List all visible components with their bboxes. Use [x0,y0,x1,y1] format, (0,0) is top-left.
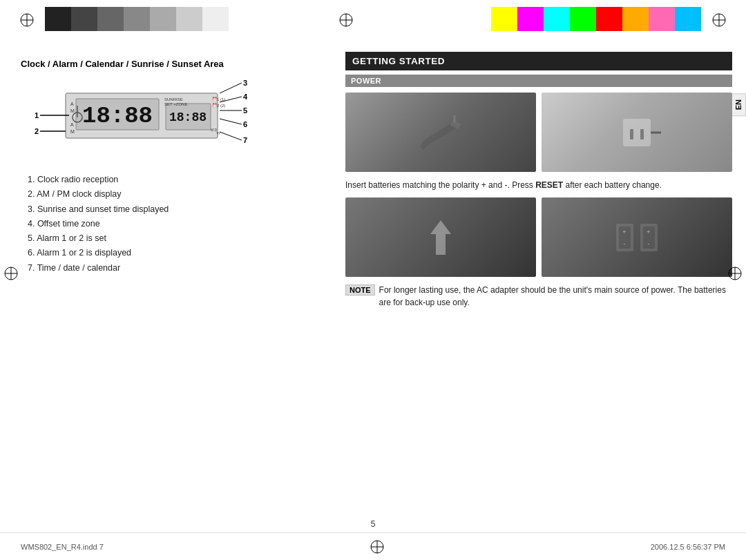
top-image-row [345,93,732,172]
svg-text:SET +ZONE: SET +ZONE [164,102,187,106]
reg-mark-right-mid [727,266,743,281]
svg-text:+: + [647,229,650,235]
wall-plug-image [542,93,732,172]
battery-remove-image [345,197,536,277]
clock-diagram: 18:88 A M A M 18:88 SUNRISE SET +ZONE ⏰1… [28,79,262,162]
note-text: For longer lasting use, the AC adapter s… [379,284,732,309]
svg-text:M D: M D [211,128,218,132]
color-bar-top [0,0,746,38]
list-item-6: 6. Alarm 1 or 2 is displayed [28,246,318,260]
svg-rect-44 [623,119,651,146]
svg-text:5: 5 [243,106,247,115]
svg-text:M: M [70,108,75,113]
svg-text:A: A [70,102,74,106]
svg-text:3: 3 [243,79,247,87]
reg-mark-top-center [338,12,354,28]
list-item-3: 3. Sunrise and sunset time displayed [28,202,318,217]
svg-text:SUNRISE: SUNRISE [164,97,183,102]
footer-left: WMS802_EN_R4.indd 7 [21,543,104,551]
svg-text:+: + [622,229,626,235]
reset-bold: RESET [535,180,563,190]
reg-mark-left-mid [3,266,19,281]
section-title: Clock / Alarm / Calendar / Sunrise / Sun… [21,59,318,69]
svg-text:A: A [70,122,74,127]
power-header: POWER [345,75,732,87]
svg-text:-: - [648,240,650,247]
svg-text:M: M [70,129,75,134]
list-item-1: 1. Clock radio reception [28,173,318,187]
getting-started-header: GETTING STARTED [345,52,732,70]
adapter-image [345,93,536,172]
right-panel: EN GETTING STARTED POWER [338,45,746,532]
list-item-7: 7. Time / date / calendar [28,261,318,276]
reg-mark-top-right [711,12,727,28]
grayscale-bar [45,7,229,31]
svg-line-36 [220,119,242,124]
insert-text-after: after each battery change. [563,180,662,190]
reg-mark-top-left [19,12,35,28]
note-box: NOTE For longer lasting use, the AC adap… [345,284,732,309]
svg-rect-46 [640,129,644,139]
svg-text:18:88: 18:88 [169,110,207,124]
left-panel: Clock / Alarm / Calendar / Sunrise / Sun… [0,45,338,532]
svg-text:7: 7 [243,136,247,144]
numbered-list: 1. Clock radio reception 2. AM / PM cloc… [21,173,318,276]
footer-right: 2006.12.5 6:56:37 PM [651,543,725,551]
list-item-5: 5. Alarm 1 or 2 is set [28,231,318,246]
color-bar-right [491,7,701,31]
list-item-2: 2. AM / PM clock display [28,187,318,202]
svg-text:2: 2 [35,127,39,135]
battery-inserted-image: + - + - [542,197,732,277]
svg-text:-: - [624,240,626,247]
en-tab: EN [731,93,746,116]
svg-text:6: 6 [243,120,247,128]
main-content: Clock / Alarm / Calendar / Sunrise / Sun… [0,45,746,532]
svg-text:⏰2 (2): ⏰2 (2) [212,103,225,108]
reg-mark-bottom-center [370,539,385,554]
svg-line-30 [220,83,242,93]
svg-rect-45 [630,129,633,139]
insert-batteries-text: Insert batteries matching the polarity +… [345,179,732,192]
note-label: NOTE [345,284,375,296]
svg-text:18:88: 18:88 [82,103,153,129]
insert-text-before: Insert batteries matching the polarity +… [345,180,535,190]
bottom-image-row: + - + - [345,197,732,277]
page-number: 5 [371,519,376,529]
svg-text:1: 1 [35,111,39,119]
svg-marker-48 [430,220,451,255]
svg-text:4: 4 [243,93,248,101]
list-item-4: 4. Offset time zone [28,217,318,231]
svg-line-38 [220,132,242,140]
footer: WMS802_EN_R4.indd 7 2006.12.5 6:56:37 PM [0,532,746,560]
